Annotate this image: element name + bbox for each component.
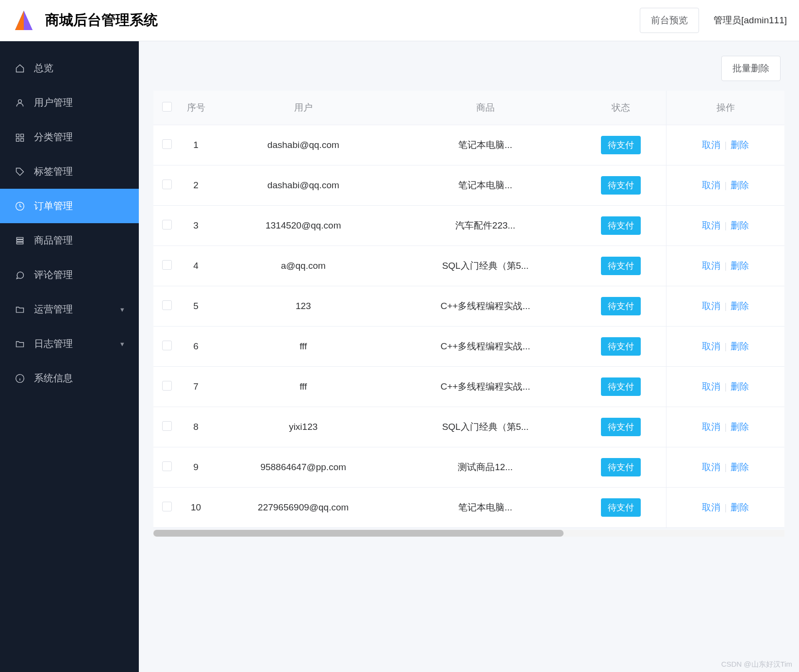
row-checkbox[interactable] [162, 341, 172, 350]
sidebar-item-8[interactable]: 日志管理▾ [0, 327, 139, 361]
row-checkbox[interactable] [162, 139, 172, 149]
sidebar-item-5[interactable]: 商品管理 [0, 223, 139, 258]
delete-link[interactable]: 删除 [727, 422, 753, 432]
cell-product: 测试商品12... [395, 447, 576, 488]
sidebar-item-label: 总览 [34, 62, 53, 75]
cancel-link[interactable]: 取消 [698, 301, 724, 311]
folder-icon [15, 304, 25, 315]
comment-icon [15, 270, 25, 280]
cell-user: 958864647@pp.com [212, 447, 395, 488]
cell-index: 6 [180, 327, 212, 367]
status-badge: 待支付 [601, 458, 641, 476]
select-all-checkbox[interactable] [162, 102, 172, 112]
cell-user: fff [212, 367, 395, 407]
cell-action: 取消|删除 [666, 165, 784, 206]
admin-label[interactable]: 管理员[admin111] [714, 14, 787, 27]
header: 商城后台管理系统 前台预览 管理员[admin111] [0, 0, 799, 41]
cell-index: 4 [180, 246, 212, 286]
product-icon [15, 235, 25, 246]
sidebar: 总览用户管理分类管理标签管理订单管理商品管理评论管理运营管理▾日志管理▾系统信息 [0, 41, 139, 672]
delete-link[interactable]: 删除 [727, 220, 753, 230]
cell-user: 2279656909@qq.com [212, 488, 395, 528]
row-checkbox[interactable] [162, 260, 172, 270]
watermark: CSDN @山东好汉Tim [721, 660, 792, 669]
horizontal-scrollbar[interactable] [153, 530, 784, 537]
cell-action: 取消|删除 [666, 367, 784, 407]
row-checkbox[interactable] [162, 421, 172, 431]
cancel-link[interactable]: 取消 [698, 341, 724, 351]
cell-product: SQL入门经典（第5... [395, 407, 576, 447]
delete-link[interactable]: 删除 [727, 301, 753, 311]
home-icon [15, 63, 25, 74]
cell-index: 9 [180, 447, 212, 488]
delete-link[interactable]: 删除 [727, 381, 753, 392]
cell-product: C++多线程编程实战... [395, 327, 576, 367]
row-checkbox[interactable] [162, 381, 172, 391]
info-icon [15, 373, 25, 384]
cell-status: 待支付 [576, 488, 666, 528]
batch-delete-button[interactable]: 批量删除 [721, 56, 781, 81]
status-badge: 待支付 [601, 176, 641, 195]
row-checkbox[interactable] [162, 300, 172, 310]
cancel-link[interactable]: 取消 [698, 502, 724, 512]
cell-user: 123 [212, 286, 395, 327]
delete-link[interactable]: 删除 [727, 502, 753, 512]
cell-action: 取消|删除 [666, 447, 784, 488]
sidebar-item-2[interactable]: 分类管理 [0, 120, 139, 154]
order-table: 序号 用户 商品 状态 操作 1dashabi@qq.com笔记本电脑...待支… [153, 91, 784, 528]
delete-link[interactable]: 删除 [727, 180, 753, 190]
sidebar-item-7[interactable]: 运营管理▾ [0, 292, 139, 327]
sidebar-item-label: 用户管理 [34, 96, 73, 109]
cell-product: 笔记本电脑... [395, 165, 576, 206]
cell-action: 取消|删除 [666, 407, 784, 447]
sidebar-item-label: 评论管理 [34, 268, 73, 281]
cancel-link[interactable]: 取消 [698, 180, 724, 190]
cancel-link[interactable]: 取消 [698, 462, 724, 472]
cell-index: 3 [180, 206, 212, 246]
delete-link[interactable]: 删除 [727, 341, 753, 351]
cell-user: fff [212, 327, 395, 367]
cell-index: 8 [180, 407, 212, 447]
app-title: 商城后台管理系统 [45, 11, 158, 30]
cancel-link[interactable]: 取消 [698, 381, 724, 392]
cancel-link[interactable]: 取消 [698, 140, 724, 150]
user-icon [15, 98, 25, 108]
delete-link[interactable]: 删除 [727, 462, 753, 472]
row-checkbox[interactable] [162, 220, 172, 229]
sidebar-item-4[interactable]: 订单管理 [0, 189, 139, 223]
row-checkbox[interactable] [162, 502, 172, 511]
cancel-link[interactable]: 取消 [698, 261, 724, 271]
table-row: 1dashabi@qq.com笔记本电脑...待支付取消|删除 [153, 125, 784, 165]
sidebar-item-1[interactable]: 用户管理 [0, 85, 139, 120]
cell-action: 取消|删除 [666, 286, 784, 327]
folder-icon [15, 339, 25, 349]
sidebar-item-label: 标签管理 [34, 165, 73, 178]
status-badge: 待支付 [601, 257, 641, 275]
cell-status: 待支付 [576, 286, 666, 327]
cell-user: dashabi@qq.com [212, 125, 395, 165]
row-checkbox[interactable] [162, 180, 172, 189]
sidebar-item-9[interactable]: 系统信息 [0, 361, 139, 395]
sidebar-item-3[interactable]: 标签管理 [0, 154, 139, 189]
delete-link[interactable]: 删除 [727, 261, 753, 271]
col-action: 操作 [666, 91, 784, 125]
cancel-link[interactable]: 取消 [698, 220, 724, 230]
main-content: 批量删除 序号 用户 商品 状态 操作 1dashabi@qq.com笔记本电脑… [139, 41, 799, 672]
sidebar-item-label: 系统信息 [34, 372, 73, 385]
sidebar-item-0[interactable]: 总览 [0, 51, 139, 85]
status-badge: 待支付 [601, 377, 641, 396]
cell-user: yixi123 [212, 407, 395, 447]
table-row: 9958864647@pp.com测试商品12...待支付取消|删除 [153, 447, 784, 488]
col-product: 商品 [395, 91, 576, 125]
cell-status: 待支付 [576, 206, 666, 246]
col-status: 状态 [576, 91, 666, 125]
row-checkbox[interactable] [162, 461, 172, 471]
status-badge: 待支付 [601, 337, 641, 356]
delete-link[interactable]: 删除 [727, 140, 753, 150]
cancel-link[interactable]: 取消 [698, 422, 724, 432]
cell-status: 待支付 [576, 327, 666, 367]
frontend-preview-button[interactable]: 前台预览 [640, 8, 699, 33]
sidebar-item-6[interactable]: 评论管理 [0, 258, 139, 292]
toolbar: 批量删除 [153, 56, 784, 81]
status-badge: 待支付 [601, 297, 641, 315]
